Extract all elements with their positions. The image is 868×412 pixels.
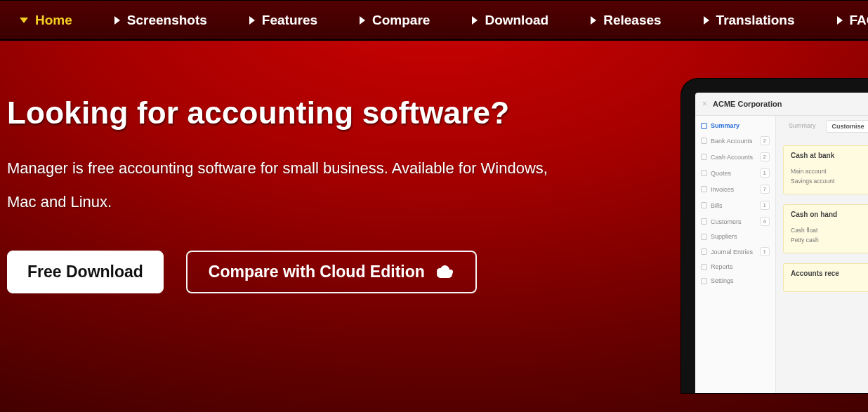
sidebar-item-journal-entries[interactable]: Journal Entries 1	[695, 244, 775, 260]
caret-down-icon	[20, 18, 28, 23]
module-icon	[701, 154, 707, 160]
module-icon	[701, 170, 707, 176]
card-title: Cash on hand	[791, 211, 867, 218]
nav-label: Translations	[716, 13, 795, 28]
cloud-icon	[435, 265, 454, 278]
caret-right-icon	[837, 16, 843, 25]
caret-right-icon	[360, 16, 365, 25]
nav-label: Download	[485, 13, 548, 28]
count-badge: 1	[760, 201, 770, 210]
module-icon	[701, 278, 707, 284]
card-line: Savings account	[791, 176, 867, 186]
sidebar-item-label: Quotes	[711, 170, 760, 177]
count-badge: 1	[760, 247, 770, 256]
nav-translations[interactable]: Translations	[704, 13, 795, 28]
sidebar-item-label: Bank Accounts	[711, 138, 760, 145]
nav-releases[interactable]: Releases	[591, 13, 661, 28]
tab-summary[interactable]: Summary	[783, 120, 822, 133]
card-title: Cash at bank	[791, 152, 867, 159]
preview-content: Summary Customise Cash at bank Main acco…	[776, 116, 868, 393]
tab-customise[interactable]: Customise	[826, 120, 868, 133]
close-icon: ×	[702, 99, 707, 109]
card-line: Petty cash	[791, 235, 867, 245]
nav-label: Home	[35, 13, 72, 28]
sidebar-item-settings[interactable]: Settings	[695, 274, 775, 288]
free-download-button[interactable]: Free Download	[7, 251, 164, 293]
preview-sidebar: Summary Bank Accounts 2 Cash Accounts 2 …	[695, 116, 776, 393]
module-icon	[701, 138, 707, 144]
card-line: Cash float	[791, 225, 867, 235]
count-badge: 1	[760, 168, 770, 178]
nav-label: Compare	[372, 13, 430, 28]
count-badge: 7	[760, 185, 770, 194]
card-cash-on-hand: Cash on hand Cash float Petty cash	[783, 204, 868, 253]
sidebar-item-label: Journal Entries	[711, 248, 760, 255]
hero-section: Looking for accounting software? Manager…	[0, 41, 548, 293]
preview-workspace: Summary Bank Accounts 2 Cash Accounts 2 …	[695, 116, 868, 393]
caret-right-icon	[114, 16, 120, 25]
count-badge: 4	[760, 217, 770, 226]
card-title: Accounts rece	[791, 270, 867, 277]
hero-title: Looking for accounting software?	[7, 95, 548, 131]
sidebar-item-label: Suppliers	[711, 233, 770, 240]
caret-right-icon	[249, 16, 255, 25]
card-cash-at-bank: Cash at bank Main account Savings accoun…	[783, 145, 868, 194]
nav-label: Features	[262, 13, 317, 28]
count-badge: 2	[760, 152, 770, 161]
sidebar-item-invoices[interactable]: Invoices 7	[695, 181, 775, 197]
module-icon	[701, 248, 707, 255]
nav-label: Screenshots	[127, 13, 207, 28]
button-label: Free Download	[27, 263, 143, 281]
sidebar-item-summary[interactable]: Summary	[695, 119, 775, 133]
sidebar-item-quotes[interactable]: Quotes 1	[695, 165, 775, 181]
module-icon	[701, 218, 707, 225]
compare-cloud-button[interactable]: Compare with Cloud Edition	[186, 251, 477, 293]
nav-screenshots[interactable]: Screenshots	[114, 13, 207, 28]
sidebar-item-bank-accounts[interactable]: Bank Accounts 2	[695, 133, 775, 149]
sidebar-item-customers[interactable]: Customers 4	[695, 213, 775, 230]
nav-faq[interactable]: FAQ	[837, 13, 868, 28]
sidebar-item-label: Bills	[711, 202, 760, 209]
preview-titlebar: × ACME Corporation	[695, 93, 868, 116]
module-icon	[701, 202, 707, 208]
card-accounts-receivable: Accounts rece	[783, 263, 868, 292]
caret-right-icon	[472, 16, 478, 25]
caret-right-icon	[591, 16, 596, 25]
caret-right-icon	[704, 16, 709, 25]
sidebar-item-label: Summary	[711, 122, 770, 129]
main-nav: Home Screenshots Features Compare Downlo…	[0, 0, 868, 41]
button-label: Compare with Cloud Edition	[209, 263, 425, 281]
sidebar-item-cash-accounts[interactable]: Cash Accounts 2	[695, 149, 775, 165]
business-name: ACME Corporation	[713, 100, 782, 108]
sidebar-item-label: Settings	[711, 277, 770, 284]
preview-tabs: Summary Customise	[783, 120, 868, 133]
nav-home[interactable]: Home	[20, 13, 72, 28]
app-preview: × ACME Corporation Summary Bank Accounts…	[695, 93, 868, 393]
device-frame: × ACME Corporation Summary Bank Accounts…	[681, 79, 868, 393]
sidebar-item-label: Reports	[711, 263, 770, 270]
sidebar-item-suppliers[interactable]: Suppliers	[695, 230, 775, 244]
sidebar-item-bills[interactable]: Bills 1	[695, 197, 775, 213]
sidebar-item-reports[interactable]: Reports	[695, 260, 775, 274]
nav-label: FAQ	[850, 13, 868, 28]
card-line: Main account	[791, 166, 867, 176]
module-icon	[701, 123, 707, 129]
cta-row: Free Download Compare with Cloud Edition	[7, 251, 548, 293]
hero-subtitle: Manager is free accounting software for …	[7, 152, 548, 220]
sidebar-item-label: Customers	[711, 218, 760, 225]
sidebar-item-label: Invoices	[711, 186, 760, 193]
nav-compare[interactable]: Compare	[360, 13, 430, 28]
nav-features[interactable]: Features	[249, 13, 317, 28]
nav-label: Releases	[603, 13, 661, 28]
module-icon	[701, 186, 707, 192]
nav-download[interactable]: Download	[472, 13, 548, 28]
sidebar-item-label: Cash Accounts	[711, 154, 760, 161]
module-icon	[701, 264, 707, 270]
count-badge: 2	[760, 136, 770, 145]
module-icon	[701, 234, 707, 240]
